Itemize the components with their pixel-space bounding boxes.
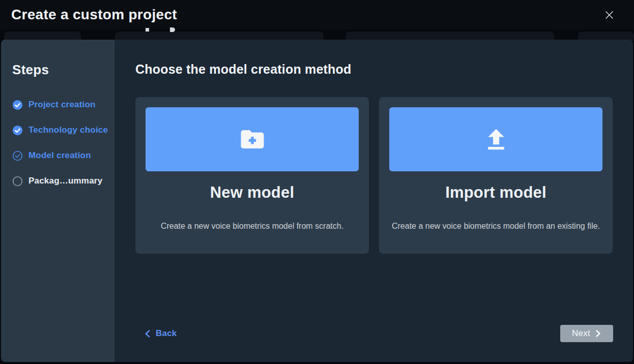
- step-label: Model creation: [28, 150, 91, 161]
- new-model-title: New model: [146, 184, 359, 202]
- back-button[interactable]: Back: [144, 328, 177, 339]
- next-button[interactable]: Next: [560, 325, 613, 342]
- import-model-hero: [389, 107, 602, 171]
- step-package-summary[interactable]: Packag…ummary: [12, 168, 110, 194]
- step-model-creation[interactable]: Model creation: [12, 143, 110, 168]
- next-label: Next: [572, 328, 590, 339]
- close-button[interactable]: [602, 8, 617, 22]
- step-label: Technology choice: [28, 125, 108, 135]
- new-model-card[interactable]: New model Create a new voice biometrics …: [135, 97, 369, 254]
- modal-content: Choose the model creation method New mod…: [114, 40, 633, 362]
- new-model-description: Create a new voice biometrics model from…: [146, 221, 359, 231]
- step-project-creation[interactable]: Project creation: [12, 92, 110, 117]
- method-cards: New model Create a new voice biometrics …: [135, 97, 613, 254]
- step-label: Packag…ummary: [28, 176, 102, 186]
- upload-icon: [482, 126, 510, 153]
- back-label: Back: [156, 328, 177, 339]
- modal-title: Create a custom project: [11, 7, 177, 23]
- circle-outline-icon: [12, 176, 23, 187]
- wizard-footer: Back Next: [135, 325, 613, 342]
- check-circle-outline-icon: [12, 150, 23, 161]
- chevron-left-icon: [144, 330, 151, 338]
- steps-sidebar: Steps Project creation Technology choice: [1, 40, 114, 362]
- close-icon: [605, 11, 614, 19]
- backdrop-text-fragment: [146, 28, 149, 32]
- steps-title: Steps: [12, 62, 49, 78]
- import-model-description: Create a new voice biometrics model from…: [389, 221, 602, 231]
- check-circle-filled-icon: [12, 125, 23, 136]
- folder-plus-icon: [239, 126, 266, 153]
- steps-list: Project creation Technology choice Model…: [12, 92, 110, 194]
- step-technology-choice[interactable]: Technology choice: [12, 117, 110, 143]
- import-model-title: Import model: [389, 184, 602, 202]
- backdrop-text-fragment: [170, 27, 175, 32]
- chevron-right-icon: [595, 330, 601, 337]
- content-heading: Choose the model creation method: [135, 62, 352, 77]
- modal-header: Create a custom project: [0, 0, 634, 29]
- new-model-hero: [146, 107, 359, 171]
- import-model-card[interactable]: Import model Create a new voice biometri…: [379, 97, 613, 254]
- check-circle-filled-icon: [12, 100, 23, 110]
- step-label: Project creation: [28, 100, 96, 110]
